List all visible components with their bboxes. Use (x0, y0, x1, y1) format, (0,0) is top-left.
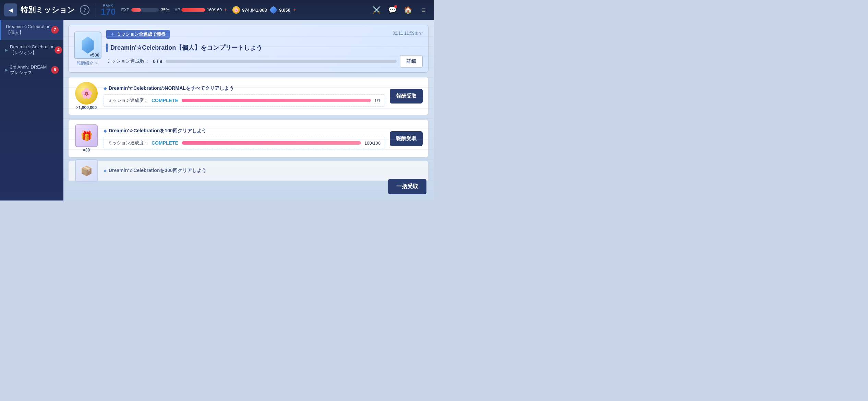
coin-block: 🌸 974,041,868 (232, 6, 267, 14)
chevron-icon-2: ▶ (5, 68, 8, 72)
chat-icon-button[interactable]: 💬 (386, 4, 398, 16)
claim-button-2[interactable]: 報酬受取 (390, 131, 423, 146)
mission-2-fill (182, 141, 361, 145)
mission-2-title: ◆ Dreamin'☆Celebrationを100回クリアしよう (104, 128, 385, 134)
exp-block: EXP 35% (121, 8, 169, 12)
mission-icon-wrap-3: 📦 (74, 159, 99, 182)
ap-fill (181, 8, 205, 12)
main-mission-title: Dreamin'☆Celebration【個人】をコンプリートしよう (106, 44, 423, 52)
mission-2-progress: ミッション達成度： COMPLETE 100/100 (104, 137, 385, 149)
gem-block: 9,050 (269, 6, 290, 14)
bulk-claim-button[interactable]: 一括受取 (388, 179, 426, 194)
mission-2-complete-text: COMPLETE (152, 140, 178, 146)
top-progress-bar (166, 60, 397, 63)
mission-icon-wrap-2: 🎁 ×30 (74, 124, 99, 153)
ap-value: 160/160 (207, 8, 221, 12)
mission-card-body-1: ◆ Dreamin'☆CelebrationのNORMALをすべてクリアしよう … (104, 85, 385, 107)
mission-2-qty: ×30 (83, 148, 90, 153)
main-layout: Dreamin'☆Celebration【個人】 7 ▶ Dreamin'☆Ce… (0, 20, 434, 200)
top-progress-value: 0 / 9 (153, 59, 162, 64)
reward-details: ✦ ミッション全達成で獲得 02/11 11:59まで Dreamin'☆Cel… (106, 30, 423, 68)
mission-1-title: ◆ Dreamin'☆CelebrationのNORMALをすべてクリアしよう (104, 85, 385, 92)
sidebar: Dreamin'☆Celebration【個人】 7 ▶ Dreamin'☆Ce… (0, 20, 63, 200)
sidebar-item-dreamin-kojin-label: Dreamin'☆Celebration【個人】 (6, 24, 51, 36)
top-mission-progress-row: ミッション達成数： 0 / 9 詳細 (106, 55, 423, 68)
mission-2-progress-label: ミッション達成度： (108, 140, 148, 146)
page-title: 特別ミッション (21, 5, 75, 15)
mission-1-progress-label: ミッション達成度： (108, 97, 148, 104)
help-button[interactable]: ? (80, 5, 89, 15)
currency-plus-button[interactable]: + (293, 7, 296, 13)
header: 特別ミッション ? RANK 170 EXP 35% AP 160/160 + … (0, 0, 434, 20)
reward-item-image: ×500 (74, 32, 101, 59)
exp-bar (131, 8, 159, 12)
badge-label: ミッション全達成で獲得 (117, 31, 166, 37)
sidebar-item-3rd-anniv-badge: 8 (51, 66, 59, 74)
gem-value: 9,050 (279, 8, 290, 13)
header-divider (96, 3, 96, 17)
gem-icon (269, 6, 277, 14)
ap-bar (181, 8, 205, 12)
sidebar-item-dreamin-kojin[interactable]: Dreamin'☆Celebration【個人】 7 (0, 20, 63, 40)
battle-icon-button[interactable]: ⚔️ (370, 4, 383, 16)
bulk-claim-wrap: 一括受取 (388, 179, 426, 194)
mission-card-3-partial: 📦 ◆ Dreamin'☆Celebrationを300回クリアしよう (68, 160, 429, 181)
header-icons: ⚔️ 💬 🏠 ≡ (370, 4, 430, 16)
coin-icon: 🌸 (232, 6, 240, 14)
back-button[interactable] (4, 3, 17, 16)
mission-card-1: 🌸 ×1,000,000 ◆ Dreamin'☆CelebrationのNORM… (68, 77, 429, 115)
gift-reward-icon: 🎁 (75, 124, 98, 147)
mission-1-progress: ミッション達成度： COMPLETE 1/1 (104, 94, 385, 107)
home-icon-button[interactable]: 🏠 (402, 4, 414, 16)
partial-reward-icon: 📦 (75, 159, 98, 182)
ap-label: AP (174, 8, 180, 12)
exp-fill (131, 8, 141, 12)
sidebar-item-3rd-anniv[interactable]: ▶ 3rd Anniv. DREAMプレシャス 8 (0, 60, 63, 81)
top-reward-card: ×500 報酬紹介 ＞ ✦ ミッション全達成で獲得 02/11 11:59まで … (68, 25, 429, 73)
reward-intro-link[interactable]: 報酬紹介 ＞ (77, 60, 98, 66)
mission-deadline: 02/11 11:59まで (393, 31, 423, 36)
ap-block: AP 160/160 (174, 8, 221, 12)
diamond-icon-3: ◆ (104, 168, 107, 173)
chevron-icon: ▶ (5, 48, 8, 52)
mission-card-body-2: ◆ Dreamin'☆Celebrationを100回クリアしよう ミッション達… (104, 128, 385, 149)
mission-3-title-partial: Dreamin'☆Celebrationを300回クリアしよう (109, 168, 206, 174)
mission-1-fill (182, 99, 371, 102)
exp-label: EXP (121, 8, 129, 12)
exp-percent: 35% (161, 8, 169, 12)
rank-block: RANK 170 (101, 4, 116, 16)
sidebar-item-dreamin-legion-label: Dreamin'☆Celebration【レジオン】 (10, 44, 55, 56)
mission-icon-wrap-1: 🌸 ×1,000,000 (74, 82, 99, 110)
detail-button[interactable]: 詳細 (400, 55, 423, 68)
sidebar-item-3rd-anniv-label: 3rd Anniv. DREAMプレシャス (10, 64, 51, 76)
mission-1-complete-text: COMPLETE (152, 98, 178, 103)
mission-card-2: 🎁 ×30 ◆ Dreamin'☆Celebrationを100回クリアしよう … (68, 119, 429, 158)
rank-value: 170 (101, 7, 116, 16)
mission-complete-badge: ✦ ミッション全達成で獲得 (106, 30, 170, 39)
mission-1-qty: ×1,000,000 (76, 105, 97, 110)
coin-reward-icon: 🌸 (75, 82, 98, 105)
coin-value: 974,041,868 (242, 8, 267, 13)
crystal-gem-icon (79, 37, 96, 54)
mission-2-count: 100/100 (364, 141, 381, 146)
menu-icon-button[interactable]: ≡ (418, 4, 430, 16)
reward-qty: ×500 (89, 52, 99, 58)
mission-1-bar (182, 99, 371, 102)
badge-star-icon: ✦ (110, 32, 114, 37)
diamond-icon-1: ◆ (104, 86, 107, 91)
ap-plus-button[interactable]: + (224, 7, 227, 13)
sidebar-item-dreamin-kojin-badge: 7 (51, 26, 59, 34)
content-area: ×500 報酬紹介 ＞ ✦ ミッション全達成で獲得 02/11 11:59まで … (63, 20, 434, 200)
claim-button-1[interactable]: 報酬受取 (390, 89, 423, 104)
top-progress-label: ミッション達成数： (106, 58, 149, 64)
diamond-icon-2: ◆ (104, 129, 107, 133)
sidebar-item-dreamin-legion[interactable]: ▶ Dreamin'☆Celebration【レジオン】 4 (0, 40, 63, 60)
mission-1-count: 1/1 (374, 98, 381, 103)
sidebar-item-dreamin-legion-badge: 4 (55, 46, 62, 54)
mission-2-bar (182, 141, 361, 145)
